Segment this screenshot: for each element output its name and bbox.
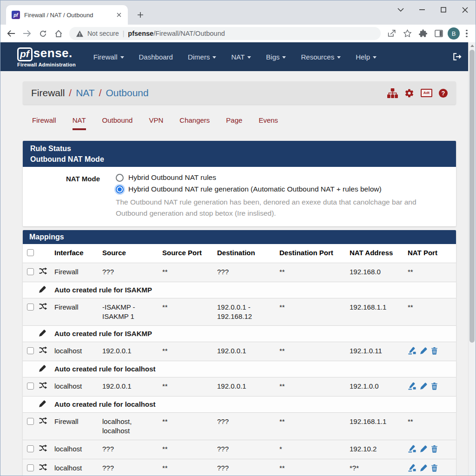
radio-selected[interactable]	[116, 185, 124, 193]
url-text: pfsense/Firewall/NAT/Outbound	[128, 30, 225, 37]
mapping-row: localhost???**???***?*	[23, 459, 456, 476]
edit-pencil-icon[interactable]	[420, 445, 428, 453]
tab-nat[interactable]: NAT	[73, 116, 86, 130]
edit-copy-icon[interactable]	[408, 445, 416, 453]
delete-trash-icon[interactable]	[431, 347, 438, 355]
cell-destination-port: *	[279, 444, 350, 454]
mappings-table: InterfaceSourceSource PortDestinationDes…	[23, 244, 456, 476]
radio-unselected[interactable]	[116, 174, 124, 182]
cell-last	[408, 346, 456, 355]
breadcrumb-separator: /	[99, 87, 102, 99]
edit-copy-icon[interactable]	[408, 464, 416, 472]
cell-source-port: **	[162, 417, 217, 426]
edit-copy-icon[interactable]	[408, 347, 416, 355]
cell-source-port: **	[162, 444, 217, 454]
tab-outbound[interactable]: Outbound	[102, 116, 133, 130]
extensions-puzzle-icon[interactable]	[416, 26, 430, 40]
cell-source-port: **	[162, 463, 217, 473]
shuffle-icon	[39, 267, 54, 275]
scrollbar-thumb[interactable]	[469, 50, 475, 343]
delete-trash-icon[interactable]	[431, 445, 438, 453]
nav-item-firewall[interactable]: Firewall	[88, 48, 130, 66]
tab-firewall[interactable]: Firewall	[32, 116, 56, 130]
nav-item-nat[interactable]: NAT	[225, 48, 257, 66]
nav-item-resources[interactable]: Resources	[295, 48, 346, 66]
delete-trash-icon[interactable]	[431, 382, 438, 390]
pencil-icon	[39, 400, 54, 408]
breadcrumb-outbound-link[interactable]: Outbound	[106, 87, 148, 99]
delete-trash-icon[interactable]	[431, 464, 438, 472]
cell-last	[408, 463, 456, 472]
cell-last	[408, 444, 456, 453]
tab-close-icon[interactable]	[115, 11, 123, 19]
share-icon[interactable]	[384, 26, 398, 40]
breadcrumb: Firewall / NAT / Outbound Adt ?	[23, 81, 456, 105]
row-checkbox[interactable]	[27, 268, 34, 275]
page-scrollbar[interactable]	[468, 42, 476, 476]
cell-nat-address: 192.1.0.0	[350, 382, 408, 391]
cell-last	[408, 382, 456, 390]
pfsense-logo[interactable]: pf sense. Firewall Administration	[17, 46, 76, 67]
tab-vpn[interactable]: VPN	[149, 116, 163, 130]
maximize-button[interactable]	[433, 2, 454, 18]
cell-nat-address: 192.168.1.1	[350, 303, 408, 312]
nav-item-dimers[interactable]: Dimers	[182, 48, 222, 66]
cell-source-port: **	[162, 382, 217, 391]
tab-evens[interactable]: Evens	[258, 116, 278, 130]
help-icon[interactable]: ?	[439, 89, 448, 98]
column-header-destination-port: Destination Port	[279, 248, 350, 258]
nat-mode-description: The Outbound NAT rule generation has bee…	[116, 197, 449, 219]
tab-page[interactable]: Page	[226, 116, 242, 130]
cell-destination: ???	[217, 267, 279, 277]
panel-title-line2: Outbound NAT Mode	[30, 154, 449, 165]
breadcrumb-nat-link[interactable]: NAT	[76, 87, 94, 99]
profile-avatar[interactable]: B	[448, 27, 460, 40]
cell-destination: ???	[217, 463, 279, 473]
cell-interface: Firewall	[54, 417, 102, 426]
nav-item-help[interactable]: Help	[350, 48, 382, 66]
edit-pencil-icon[interactable]	[420, 347, 428, 355]
description-row: Auto created rule for ISAKMP	[23, 282, 456, 298]
forward-icon[interactable]	[20, 26, 34, 40]
row-checkbox[interactable]	[27, 418, 34, 425]
sitemap-icon[interactable]	[387, 88, 398, 98]
tab-title: Firewall / NAT / Outbound	[24, 12, 111, 19]
column-header-destination: Destination	[217, 248, 279, 258]
edit-pencil-icon[interactable]	[420, 464, 428, 472]
url-bar[interactable]: Not secure | pfsense/Firewall/NAT/Outbou…	[69, 27, 381, 40]
nav-item-dashboard[interactable]: Dashboard	[133, 48, 178, 66]
row-checkbox[interactable]	[27, 304, 34, 311]
side-panel-icon[interactable]	[432, 26, 446, 40]
refresh-icon[interactable]	[36, 26, 50, 40]
gear-icon[interactable]	[404, 88, 414, 98]
pfsense-navbar: pf sense. Firewall Administration Firewa…	[0, 42, 476, 71]
shuffle-icon	[39, 463, 47, 471]
row-checkbox[interactable]	[27, 383, 34, 390]
edit-copy-icon[interactable]	[408, 382, 416, 390]
select-all-checkbox[interactable]	[27, 249, 34, 256]
bookmark-star-icon[interactable]	[400, 26, 414, 40]
browser-menu-icon[interactable]	[462, 26, 472, 40]
browser-tab[interactable]: pf Firewall / NAT / Outbound	[6, 5, 128, 25]
tab-search-chevron-icon[interactable]	[390, 2, 411, 18]
pf-logo-mark: pf	[17, 47, 33, 61]
url-path: /Firewall/NAT/Outbound	[153, 30, 225, 37]
tab-changers[interactable]: Changers	[179, 116, 210, 130]
minimize-button[interactable]	[411, 2, 433, 18]
row-checkbox[interactable]	[27, 347, 34, 354]
nav-item-bigs[interactable]: Bigs	[260, 48, 291, 66]
column-header-source-port: Source Port	[162, 248, 217, 258]
close-button[interactable]	[454, 2, 476, 18]
back-icon[interactable]	[4, 26, 18, 40]
logout-icon[interactable]	[450, 49, 465, 64]
row-checkbox[interactable]	[27, 445, 34, 452]
cell-source: 192.0.0.1	[102, 346, 162, 356]
status-badge-icon[interactable]: Adt	[421, 89, 432, 97]
new-tab-button[interactable]	[134, 9, 146, 21]
home-icon[interactable]	[52, 26, 66, 40]
edit-pencil-icon[interactable]	[420, 382, 428, 390]
page-content: Firewall / NAT / Outbound Adt ? Firewall…	[0, 81, 476, 476]
row-checkbox[interactable]	[27, 464, 34, 471]
scrollbar-up-arrow[interactable]	[469, 42, 476, 49]
cell-last: **	[408, 417, 456, 426]
